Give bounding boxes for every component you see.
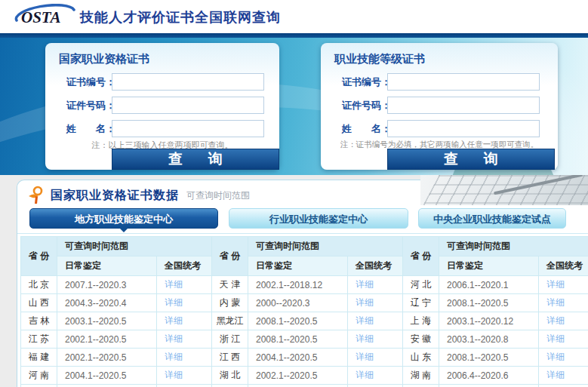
- detail-link[interactable]: 详细: [546, 297, 565, 308]
- daily-range-cell: 2002.1--2020.5: [57, 349, 157, 367]
- daily-assessment-header: 日常鉴定: [439, 256, 539, 276]
- daily-range-cell: 2002.1--2020.5: [248, 367, 348, 385]
- daily-range-cell: 2003.1--2020.5: [57, 312, 157, 330]
- detail-link[interactable]: 详细: [546, 370, 565, 380]
- detail-link[interactable]: 详细: [165, 333, 183, 344]
- detail-cell: 详细: [348, 294, 403, 312]
- detail-cell: 详细: [348, 276, 403, 294]
- province-range-table: 省 份 可查询时间范围 省 份 可查询时间范围 省 份 可查询时间范围 日常鉴定…: [20, 236, 588, 387]
- top-header: OSTA 技能人才评价证书全国联网查询: [0, 0, 588, 33]
- detail-cell: 详细: [539, 349, 588, 367]
- keyboard-photo: [420, 175, 588, 205]
- name-input[interactable]: [112, 120, 264, 137]
- svg-text:OSTA: OSTA: [21, 8, 61, 26]
- detail-cell: 详细: [157, 294, 212, 312]
- detail-cell: 详细: [157, 330, 212, 349]
- query-button[interactable]: 查 询: [387, 149, 555, 170]
- daily-range-cell: 2003.1--2020.12: [439, 312, 539, 330]
- daily-range-cell: 2004.1--2020.5: [248, 349, 348, 367]
- province-cell: 湖 南: [403, 367, 439, 385]
- query-button[interactable]: 查 询: [112, 149, 279, 170]
- detail-link[interactable]: 详细: [165, 370, 183, 380]
- detail-cell: 详细: [348, 330, 403, 349]
- national-exam-header: 全国统考: [539, 256, 588, 276]
- detail-link[interactable]: 详细: [356, 315, 374, 326]
- table-row: 北 京2007.1--2020.3详细天 津2002.1--2018.12详细河…: [21, 276, 588, 294]
- id-number-input[interactable]: [112, 97, 264, 114]
- province-cell: 山 东: [403, 349, 439, 367]
- daily-range-cell: 2002.1--2020.5: [57, 330, 157, 349]
- detail-link[interactable]: 详细: [356, 352, 374, 362]
- detail-link[interactable]: 详细: [165, 297, 183, 308]
- banner: 国家职业资格证书 证书编号： 证件号码： 姓 名： 注：以上三项输入任意两项即可…: [0, 33, 588, 175]
- id-number-label: 证件号码：: [342, 99, 391, 112]
- detail-cell: 详细: [539, 312, 588, 330]
- province-cell: 江 苏: [21, 330, 57, 349]
- province-column-header: 省 份: [21, 237, 57, 276]
- name-label: 姓 名：: [66, 122, 115, 136]
- province-cell: 北 京: [21, 276, 57, 294]
- panel-title: 职业技能等级证书: [334, 52, 425, 66]
- table-row: 山 西2004.3--2020.4详细内 蒙2000--2020.3详细辽 宁2…: [21, 294, 588, 312]
- name-input[interactable]: [387, 120, 540, 137]
- detail-cell: 详细: [539, 330, 588, 349]
- province-cell: 浙 江: [212, 330, 248, 349]
- banner-top-strip: [0, 33, 588, 38]
- detail-link[interactable]: 详细: [546, 333, 565, 344]
- daily-assessment-header: 日常鉴定: [57, 256, 157, 276]
- detail-link[interactable]: 详细: [356, 297, 374, 308]
- section-header: 国家职业资格证书数据 可查询时间范围: [26, 186, 250, 205]
- detail-cell: 详细: [157, 349, 212, 367]
- person-magnifier-icon: [26, 186, 46, 205]
- province-cell: 湖 北: [212, 367, 248, 385]
- province-cell: 山 西: [21, 294, 57, 312]
- daily-range-cell: 2004.1--2020.5: [57, 367, 157, 385]
- province-cell: 安 徽: [403, 330, 439, 349]
- tab-central-enterprise-pilot[interactable]: 中央企业职业技能鉴定试点: [418, 208, 566, 229]
- data-section: 国家职业资格证书数据 可查询时间范围 地方职业技能鉴定中心 行业职业技能鉴定中心…: [17, 180, 588, 387]
- range-column-header: 可查询时间范围: [57, 237, 212, 256]
- national-exam-header: 全国统考: [157, 256, 212, 276]
- certificate-number-input[interactable]: [387, 73, 540, 91]
- osta-logo-icon: OSTA: [11, 4, 77, 29]
- detail-link[interactable]: 详细: [356, 333, 374, 344]
- tab-local-assessment-center[interactable]: 地方职业技能鉴定中心: [29, 208, 218, 229]
- tab-industry-assessment-center[interactable]: 行业职业技能鉴定中心: [229, 208, 408, 229]
- id-number-label: 证件号码：: [66, 99, 115, 112]
- table-row: 吉 林2003.1--2020.5详细黑龙江2008.1--2020.5详细上 …: [21, 312, 588, 330]
- table-row-partial: [21, 385, 588, 387]
- detail-link[interactable]: 详细: [165, 279, 183, 290]
- table-row: 福 建2002.1--2020.5详细江 西2004.1--2020.5详细山 …: [21, 349, 588, 367]
- daily-range-cell: 2008.1--2020.5: [439, 294, 539, 312]
- province-cell: 上 海: [403, 312, 439, 330]
- range-column-header: 可查询时间范围: [248, 237, 403, 256]
- detail-link[interactable]: 详细: [546, 315, 565, 326]
- detail-link[interactable]: 详细: [356, 370, 374, 380]
- detail-cell: 详细: [157, 367, 212, 385]
- detail-link[interactable]: 详细: [165, 315, 183, 326]
- page-title: 技能人才评价证书全国联网查询: [80, 8, 281, 26]
- detail-cell: 详细: [539, 294, 588, 312]
- daily-range-cell: 2008.1--2020.5: [248, 330, 348, 349]
- section-title: 国家职业资格证书数据: [51, 188, 179, 204]
- skill-level-query-panel: 职业技能等级证书 证书编号： 证件号码： 姓 名： 注：证书编号为必填，其它两项…: [321, 43, 558, 170]
- detail-link[interactable]: 详细: [546, 279, 565, 290]
- daily-range-cell: 2008.1--2020.5: [248, 312, 348, 330]
- detail-cell: 详细: [348, 349, 403, 367]
- detail-link[interactable]: 详细: [546, 352, 565, 362]
- detail-cell: 详细: [157, 276, 212, 294]
- table-row: 河 南2004.1--2020.5详细湖 北2002.1--2020.5详细湖 …: [21, 367, 588, 385]
- daily-range-cell: 2002.1--2018.12: [248, 276, 348, 294]
- daily-range-cell: 2008.1--2020.5: [439, 349, 539, 367]
- table-row: 江 苏2002.1--2020.5详细浙 江2008.1--2020.5详细安 …: [21, 330, 588, 349]
- province-cell: 内 蒙: [212, 294, 248, 312]
- province-column-header: 省 份: [403, 237, 439, 276]
- detail-cell: 详细: [157, 312, 212, 330]
- id-number-input[interactable]: [387, 97, 540, 114]
- detail-link[interactable]: 详细: [165, 352, 183, 362]
- province-cell: 江 西: [212, 349, 248, 367]
- detail-cell: 详细: [539, 276, 588, 294]
- detail-cell: 详细: [348, 312, 403, 330]
- certificate-number-input[interactable]: [112, 73, 264, 91]
- detail-link[interactable]: 详细: [356, 279, 374, 290]
